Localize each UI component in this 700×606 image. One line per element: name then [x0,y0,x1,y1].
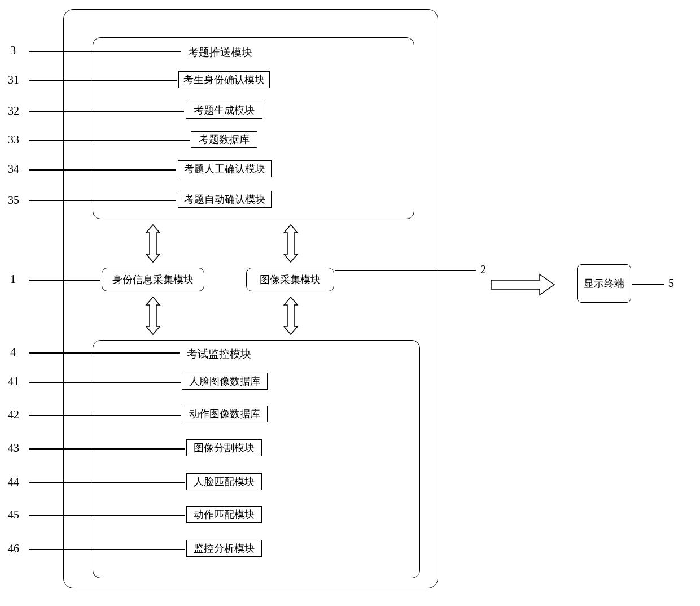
leader-line [29,515,185,516]
label-42: 42 [8,408,19,421]
bottom-frame-title: 考试监控模块 [181,347,257,361]
label-3: 3 [10,44,16,57]
label-35: 35 [8,194,19,207]
leader-line [29,448,185,450]
leader-line [29,352,180,354]
label-33: 33 [8,133,19,146]
label-31: 31 [8,73,19,86]
leader-line [632,284,664,285]
label-46: 46 [8,542,19,555]
module-bottom-3: 图像分割模块 [186,439,262,456]
module-mid-left: 身份信息采集模块 [102,268,204,291]
right-arrow-icon [489,271,557,298]
leader-line [29,280,100,281]
label-43: 43 [8,442,19,455]
module-top-1: 考生身份确认模块 [178,71,270,88]
leader-line [29,200,176,201]
leader-line [335,270,476,271]
label-1: 1 [10,273,16,286]
label-45: 45 [8,508,19,521]
terminal-box: 显示终端 [577,264,631,303]
top-frame-title: 考题推送模块 [182,45,259,60]
module-top-3: 考题数据库 [191,131,257,148]
leader-line [29,140,190,141]
module-bottom-1: 人脸图像数据库 [182,373,268,390]
leader-line [29,80,177,81]
bidir-arrow-icon [139,224,167,263]
bidir-arrow-icon [277,224,304,263]
leader-line [29,169,176,171]
module-mid-right: 图像采集模块 [246,268,334,291]
leader-line [29,111,184,112]
module-bottom-5: 动作匹配模块 [186,506,262,523]
label-4: 4 [10,346,16,359]
module-bottom-6: 监控分析模块 [186,540,262,557]
leader-line [29,382,181,383]
label-2: 2 [480,263,486,276]
bidir-arrow-icon [277,296,304,335]
label-5: 5 [668,277,674,290]
leader-line [29,51,181,52]
leader-line [29,482,185,483]
module-bottom-4: 人脸匹配模块 [186,473,262,490]
label-41: 41 [8,375,19,388]
leader-line [29,415,181,416]
leader-line [29,549,185,550]
bidir-arrow-icon [139,296,167,335]
module-bottom-2: 动作图像数据库 [182,406,268,422]
module-top-5: 考题自动确认模块 [178,191,272,208]
label-32: 32 [8,104,19,117]
module-top-2: 考题生成模块 [186,102,262,119]
label-44: 44 [8,476,19,489]
module-top-4: 考题人工确认模块 [178,160,272,177]
label-34: 34 [8,163,19,176]
